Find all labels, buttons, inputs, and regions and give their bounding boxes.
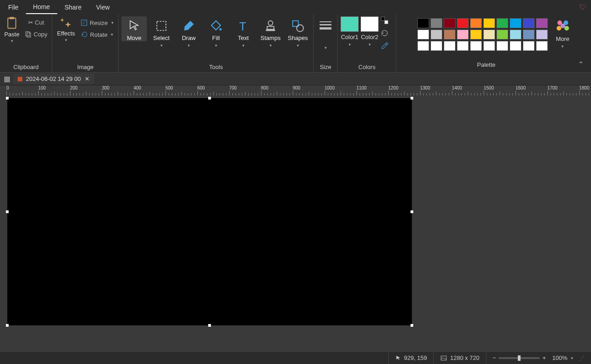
palette-color[interactable] xyxy=(431,41,442,51)
ruler-tick-label: 1400 xyxy=(452,85,462,90)
color2-button[interactable]: Color2 ▾ xyxy=(361,16,379,47)
color-wheel-icon xyxy=(555,18,571,34)
svg-rect-3 xyxy=(27,33,30,37)
resize-button[interactable]: Resize ▾ xyxy=(79,18,115,27)
document-tab[interactable]: 2024-06-02 14 29 00 ✕ xyxy=(13,74,94,84)
size-button[interactable]: ▾ xyxy=(316,16,335,50)
menu-share[interactable]: Share xyxy=(57,1,89,14)
paste-button[interactable]: Paste ▾ xyxy=(3,16,21,43)
palette-color[interactable] xyxy=(444,18,456,28)
palette-color[interactable] xyxy=(417,18,429,28)
group-size: ▾ Size xyxy=(314,15,338,72)
palette-color[interactable] xyxy=(536,30,548,40)
palette-color[interactable] xyxy=(417,30,429,40)
palette-color[interactable] xyxy=(470,41,482,51)
tool-text[interactable]: T Text ▾ xyxy=(230,16,256,48)
close-tab-button[interactable]: ✕ xyxy=(85,75,90,82)
menu-view[interactable]: View xyxy=(89,1,117,14)
palette-grid xyxy=(417,18,548,51)
ruler-vertical xyxy=(0,95,6,351)
ruler-tick-label: 200 xyxy=(70,85,78,90)
ruler-tick-label: 400 xyxy=(134,85,141,90)
resize-handle[interactable] xyxy=(208,324,211,327)
eyedropper-icon[interactable] xyxy=(381,42,389,50)
tool-draw-label: Draw xyxy=(182,35,195,41)
zoom-out-button[interactable]: − xyxy=(493,354,496,361)
palette-color[interactable] xyxy=(431,30,442,40)
palette-color[interactable] xyxy=(457,30,469,40)
palette-color[interactable] xyxy=(431,18,442,28)
palette-color[interactable] xyxy=(483,30,495,40)
collapse-ribbon-button[interactable]: ⌃ xyxy=(573,57,588,71)
chevron-down-icon: ▾ xyxy=(65,38,67,42)
canvas[interactable] xyxy=(7,98,412,325)
tool-move[interactable]: Move xyxy=(121,16,147,41)
group-palette: More ▾ Palette ⌃ xyxy=(396,15,591,72)
tool-fill[interactable]: Fill ▾ xyxy=(203,16,229,48)
document-tab-title: 2024-06-02 14 29 00 xyxy=(26,75,81,82)
effects-label: Effects xyxy=(57,30,75,37)
color1-button[interactable]: Color1 ▾ xyxy=(341,16,359,47)
menu-home[interactable]: Home xyxy=(26,0,57,14)
reset-colors-icon[interactable] xyxy=(381,29,389,37)
resize-handle[interactable] xyxy=(208,97,211,100)
tab-grid-icon[interactable]: ▦ xyxy=(1,75,13,83)
tool-stamps[interactable]: Stamps ▾ xyxy=(258,16,283,48)
palette-color[interactable] xyxy=(510,30,521,40)
chevron-down-icon[interactable]: ▾ xyxy=(571,356,573,360)
palette-color[interactable] xyxy=(536,41,548,51)
chevron-down-icon: ▾ xyxy=(369,42,371,47)
ruler-tick-label: 1200 xyxy=(388,85,398,90)
palette-color[interactable] xyxy=(470,30,482,40)
palette-color[interactable] xyxy=(457,41,469,51)
tool-draw[interactable]: Draw ▾ xyxy=(176,16,201,48)
ruler-tick-label: 1800 xyxy=(579,85,589,90)
tool-select[interactable]: Select ▾ xyxy=(149,16,174,48)
tool-shapes[interactable]: Shapes ▾ xyxy=(285,16,311,48)
svg-point-21 xyxy=(564,26,569,30)
svg-point-12 xyxy=(297,25,304,32)
resize-handle[interactable] xyxy=(411,210,413,213)
cut-button[interactable]: ✂ Cut xyxy=(26,18,46,27)
line-weight-icon xyxy=(319,20,332,31)
copy-button[interactable]: Copy xyxy=(23,30,49,39)
effects-button[interactable]: Effects ▾ xyxy=(55,16,77,42)
palette-color[interactable] xyxy=(523,30,535,40)
more-colors-button[interactable]: More ▾ xyxy=(555,18,571,49)
palette-color[interactable] xyxy=(510,18,521,28)
palette-color[interactable] xyxy=(496,30,508,40)
palette-color[interactable] xyxy=(470,18,482,28)
group-size-label: Size xyxy=(320,62,331,71)
resize-handle[interactable] xyxy=(6,97,9,100)
resize-handle[interactable] xyxy=(411,97,413,100)
palette-color[interactable] xyxy=(444,30,456,40)
tool-text-label: Text xyxy=(238,35,249,41)
palette-color[interactable] xyxy=(496,41,508,51)
zoom-slider[interactable] xyxy=(499,357,540,359)
menu-file[interactable]: File xyxy=(1,1,26,14)
palette-color[interactable] xyxy=(483,18,495,28)
rotate-button[interactable]: Rotate ▾ xyxy=(79,30,115,39)
zoom-in-button[interactable]: + xyxy=(542,354,546,361)
cursor-icon xyxy=(127,19,141,33)
resize-handle[interactable] xyxy=(6,210,9,213)
palette-color[interactable] xyxy=(483,41,495,51)
svg-rect-14 xyxy=(320,24,331,25)
color2-swatch xyxy=(361,16,379,32)
palette-color[interactable] xyxy=(523,41,535,51)
palette-color[interactable] xyxy=(444,41,456,51)
tool-move-label: Move xyxy=(127,35,141,41)
heart-icon[interactable]: ♡ xyxy=(579,2,586,12)
palette-color[interactable] xyxy=(523,18,535,28)
svg-text:T: T xyxy=(239,20,246,33)
resize-handle[interactable] xyxy=(6,324,9,327)
palette-color[interactable] xyxy=(536,18,548,28)
palette-color[interactable] xyxy=(510,41,521,51)
resize-handle[interactable] xyxy=(411,324,413,327)
palette-color[interactable] xyxy=(496,18,508,28)
palette-color[interactable] xyxy=(457,18,469,28)
swap-colors-icon[interactable] xyxy=(381,16,389,25)
status-cursor-position: 929, 159 xyxy=(388,352,434,364)
palette-color[interactable] xyxy=(417,41,429,51)
zoom-slider-thumb[interactable] xyxy=(518,355,521,361)
